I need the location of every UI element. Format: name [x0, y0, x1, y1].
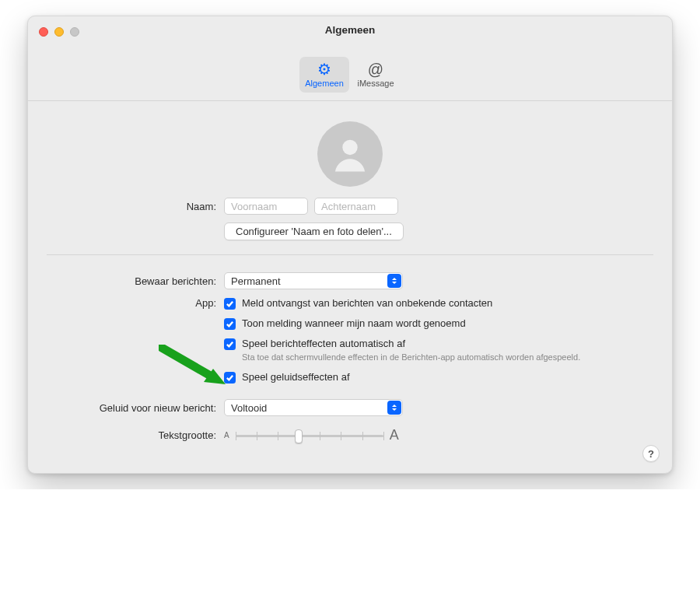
titlebar: Algemeen [28, 16, 672, 54]
gear-icon: ⚙︎ [317, 61, 331, 77]
text-size-big-a: A [390, 427, 399, 443]
svg-marker-1 [204, 369, 226, 384]
configure-name-photo-button[interactable]: Configureer 'Naam en foto delen'... [224, 222, 404, 240]
preferences-window: Algemeen ⚙︎ Algemeen @ iMessage Naa [27, 16, 673, 474]
at-icon: @ [368, 61, 383, 77]
minimize-icon[interactable] [54, 27, 64, 37]
checkbox-sound-effects[interactable]: Speel geluidseffecten af [224, 371, 350, 384]
annotation-arrow-icon [159, 345, 226, 385]
new-message-sound-select[interactable]: Voltooid [224, 399, 403, 416]
keep-messages-select[interactable]: Permanent [224, 272, 403, 289]
checkbox-autoplay-effects[interactable]: Speel berichteffecten automatisch af Sta… [224, 338, 580, 362]
checkbox-checked-icon [224, 338, 236, 350]
keep-messages-label: Bewaar berichten: [47, 275, 224, 287]
slider-knob[interactable] [295, 429, 303, 443]
text-size-small-a: A [224, 431, 229, 440]
content: Naam: Configureer 'Naam en foto delen'..… [28, 101, 672, 473]
tab-general-label: Algemeen [305, 79, 344, 88]
help-label: ? [648, 448, 654, 460]
checkbox-sound-effects-label: Speel geluidseffecten af [242, 371, 350, 383]
window-controls [39, 27, 79, 37]
app-label: App: [47, 297, 224, 309]
autoplay-effects-hint: Sta toe dat schermvullende effecten in d… [242, 352, 580, 362]
close-icon[interactable] [39, 27, 48, 37]
first-name-field[interactable] [224, 198, 308, 215]
checkbox-checked-icon [224, 372, 236, 384]
zoom-icon[interactable] [70, 27, 79, 37]
checkbox-autoplay-effects-label: Speel berichteffecten automatisch af [242, 338, 405, 349]
tab-bar: ⚙︎ Algemeen @ iMessage [28, 54, 672, 100]
text-size-label: Tekstgrootte: [47, 429, 224, 441]
checkbox-checked-icon [224, 318, 236, 330]
avatar[interactable] [317, 121, 383, 187]
tab-imessage[interactable]: @ iMessage [351, 57, 401, 93]
checkbox-checked-icon [224, 298, 236, 310]
section-divider [47, 254, 653, 255]
checkbox-unknown-contacts[interactable]: Meld ontvangst van berichten van onbeken… [224, 297, 492, 310]
person-icon [329, 133, 371, 175]
checkbox-name-mention[interactable]: Toon melding wanneer mijn naam wordt gen… [224, 317, 466, 330]
last-name-field[interactable] [314, 198, 398, 215]
tab-imessage-label: iMessage [357, 79, 394, 88]
svg-point-0 [342, 140, 357, 155]
keep-messages-value: Permanent [231, 275, 281, 287]
text-size-slider[interactable] [236, 428, 383, 443]
help-button[interactable]: ? [642, 445, 660, 462]
tab-general[interactable]: ⚙︎ Algemeen [299, 57, 349, 93]
tab-segment: ⚙︎ Algemeen @ iMessage [299, 57, 401, 93]
window-title: Algemeen [325, 24, 376, 36]
checkbox-name-mention-label: Toon melding wanneer mijn naam wordt gen… [242, 317, 466, 329]
new-message-sound-value: Voltooid [231, 402, 267, 414]
checkbox-unknown-contacts-label: Meld ontvangst van berichten van onbeken… [242, 297, 492, 309]
chevron-up-down-icon [387, 274, 401, 288]
chevron-up-down-icon [387, 401, 401, 415]
new-message-sound-label: Geluid voor nieuw bericht: [47, 402, 224, 414]
name-label: Naam: [47, 201, 224, 212]
